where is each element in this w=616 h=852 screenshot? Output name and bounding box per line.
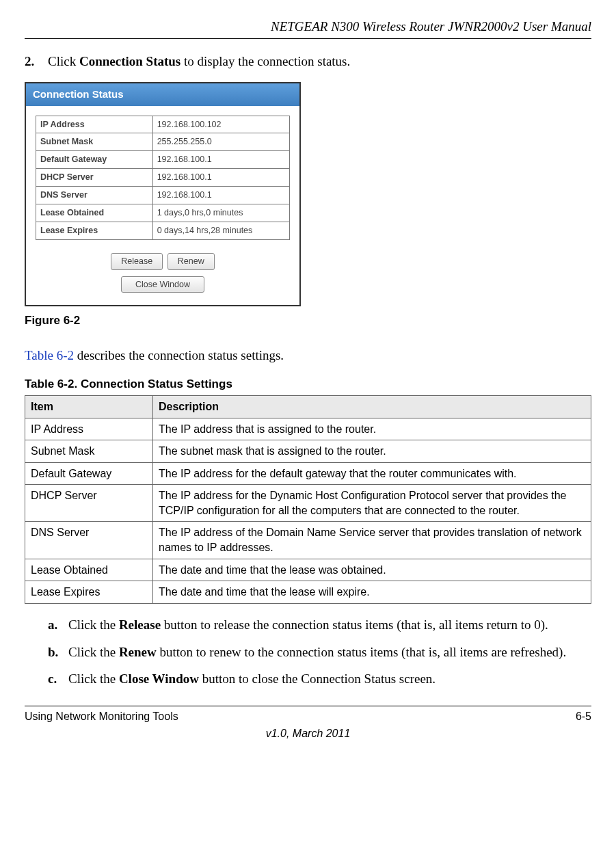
table-cell-item: DNS Server [25, 522, 153, 559]
table-row: IP AddressThe IP address that is assigne… [25, 418, 591, 440]
cs-row: DHCP Server192.168.100.1 [36, 169, 290, 187]
cs-row-label: IP Address [36, 116, 153, 133]
table-cell-item: IP Address [25, 418, 153, 440]
cs-row-label: Default Gateway [36, 151, 153, 169]
cs-buttons-row-1: Release Renew [36, 251, 290, 270]
table-cell-item: Default Gateway [25, 462, 153, 485]
step-2-text: Click Connection Status to display the c… [48, 53, 350, 70]
table-cell-desc: The subnet mask that is assigned to the … [153, 440, 591, 463]
table-6-2-link[interactable]: Table 6-2 [25, 348, 74, 362]
table-cell-desc: The IP address for the default gateway t… [153, 462, 591, 485]
substep-b-bold: Renew [119, 645, 157, 659]
connection-status-body: IP Address192.168.100.102 Subnet Mask255… [26, 106, 299, 306]
substep-b: b. Click the Renew button to renew to th… [25, 643, 591, 661]
footer-page-number: 6-5 [576, 709, 591, 724]
substep-c-text: Click the Close Window button to close t… [68, 670, 436, 688]
substep-b-text: Click the Renew button to renew to the c… [68, 643, 566, 661]
cs-row: DNS Server192.168.100.1 [36, 187, 290, 204]
table-cell-desc: The date and time that the lease was obt… [153, 559, 591, 581]
cs-row-value: 192.168.100.1 [152, 169, 289, 187]
close-window-button[interactable]: Close Window [121, 276, 204, 293]
cs-row-label: Lease Obtained [36, 204, 153, 222]
substep-b-p2: button to renew to the connection status… [157, 645, 566, 659]
table-intro-line: Table 6-2 describes the connection statu… [25, 347, 591, 364]
cs-row-label: Subnet Mask [36, 133, 153, 151]
cs-row: Lease Obtained1 days,0 hrs,0 minutes [36, 204, 290, 222]
cs-buttons-row-2: Close Window [36, 274, 290, 293]
cs-row: Subnet Mask255.255.255.0 [36, 133, 290, 151]
table-row: DHCP ServerThe IP address for the Dynami… [25, 485, 591, 522]
table-header-row: Item Description [25, 395, 591, 418]
footer-rule [25, 706, 591, 706]
table-cell-desc: The IP address of the Domain Name Servic… [153, 522, 591, 559]
cs-row: Lease Expires0 days,14 hrs,28 minutes [36, 222, 290, 239]
table-cell-item: Lease Expires [25, 581, 153, 604]
table-cell-desc: The IP address for the Dynamic Host Conf… [153, 485, 591, 522]
table-row: Default GatewayThe IP address for the de… [25, 462, 591, 485]
cs-row-value: 192.168.100.1 [152, 187, 289, 204]
cs-row: Default Gateway192.168.100.1 [36, 151, 290, 169]
table-cell-item: DHCP Server [25, 485, 153, 522]
substep-a-num: a. [48, 616, 68, 634]
cs-row-label: DNS Server [36, 187, 153, 204]
substep-b-p1: Click the [68, 645, 119, 659]
cs-row-value: 192.168.100.1 [152, 151, 289, 169]
footer-version: v1.0, March 2011 [25, 726, 591, 741]
substep-a-p2: button to release the connection status … [161, 617, 548, 632]
substep-c-num: c. [48, 670, 68, 688]
cs-row-value: 1 days,0 hrs,0 minutes [152, 204, 289, 222]
page-header-title: NETGEAR N300 Wireless Router JWNR2000v2 … [25, 18, 591, 36]
step-2-prefix: Click [48, 54, 79, 68]
step-2-suffix: to display the connection status. [180, 54, 350, 68]
step-2-bold: Connection Status [79, 54, 180, 68]
step-2-number: 2. [25, 53, 48, 70]
cs-row-value: 0 days,14 hrs,28 minutes [152, 222, 289, 239]
connection-status-titlebar: Connection Status [26, 83, 299, 105]
page-footer: Using Network Monitoring Tools 6-5 v1.0,… [25, 706, 591, 741]
cs-row-value: 192.168.100.102 [152, 116, 289, 133]
sub-steps: a. Click the Release button to release t… [25, 616, 591, 688]
cs-row: IP Address192.168.100.102 [36, 116, 290, 133]
connection-status-table: IP Address192.168.100.102 Subnet Mask255… [36, 116, 290, 240]
table-6-2-title: Table 6-2. Connection Status Settings [25, 377, 591, 392]
substep-a-bold: Release [119, 617, 161, 632]
figure-caption: Figure 6-2 [25, 313, 591, 329]
table-cell-item: Lease Obtained [25, 559, 153, 581]
substep-c: c. Click the Close Window button to clos… [25, 670, 591, 688]
table-cell-item: Subnet Mask [25, 440, 153, 463]
table-cell-desc: The date and time that the lease will ex… [153, 581, 591, 604]
table-row: Lease ObtainedThe date and time that the… [25, 559, 591, 581]
substep-a-p1: Click the [68, 617, 119, 632]
table-header-desc: Description [153, 395, 591, 418]
cs-row-value: 255.255.255.0 [152, 133, 289, 151]
substep-b-num: b. [48, 643, 68, 661]
substep-c-bold: Close Window [119, 671, 199, 686]
table-row: Subnet MaskThe subnet mask that is assig… [25, 440, 591, 463]
table-intro-rest: describes the connection status settings… [74, 348, 284, 362]
table-6-2: Item Description IP AddressThe IP addres… [25, 395, 591, 604]
table-header-item: Item [25, 395, 153, 418]
cs-row-label: Lease Expires [36, 222, 153, 239]
table-row: DNS ServerThe IP address of the Domain N… [25, 522, 591, 559]
release-button[interactable]: Release [111, 253, 163, 270]
substep-c-p1: Click the [68, 671, 119, 686]
footer-line-1: Using Network Monitoring Tools 6-5 [25, 709, 591, 724]
substep-a-text: Click the Release button to release the … [68, 616, 548, 634]
substep-c-p2: button to close the Connection Status sc… [199, 671, 436, 686]
renew-button[interactable]: Renew [168, 253, 215, 270]
table-row: Lease ExpiresThe date and time that the … [25, 581, 591, 604]
footer-left: Using Network Monitoring Tools [25, 709, 178, 724]
substep-a: a. Click the Release button to release t… [25, 616, 591, 634]
step-2: 2. Click Connection Status to display th… [25, 53, 591, 70]
table-cell-desc: The IP address that is assigned to the r… [153, 418, 591, 440]
figure-6-2-box: Connection Status IP Address192.168.100.… [25, 82, 301, 306]
cs-row-label: DHCP Server [36, 169, 153, 187]
header-rule [25, 38, 591, 39]
